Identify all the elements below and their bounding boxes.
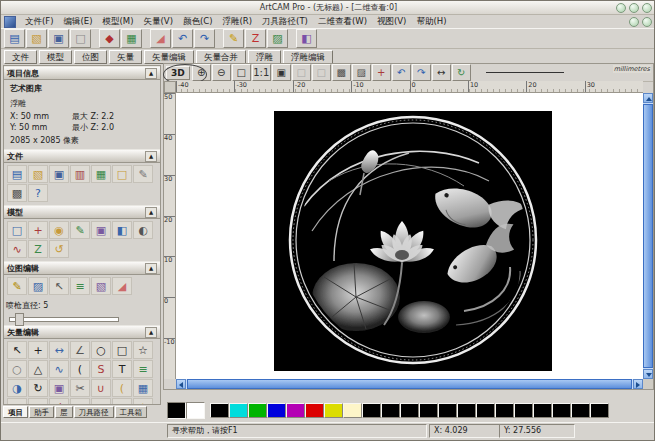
palette-swatch[interactable]: [476, 403, 495, 418]
paint-icon[interactable]: ▨: [267, 29, 288, 48]
zoom-fit-icon[interactable]: ▣: [272, 64, 291, 81]
maximize-button[interactable]: [629, 3, 639, 13]
palette-swatch[interactable]: [533, 403, 552, 418]
mirror-vectors-icon[interactable]: ◑: [7, 379, 27, 397]
palette-swatch[interactable]: [419, 403, 438, 418]
panel-tab-4[interactable]: 刀具路径: [74, 406, 114, 418]
slider-thumb[interactable]: [15, 313, 24, 326]
palette-swatch[interactable]: [305, 403, 324, 418]
import-icon[interactable]: ▥: [70, 165, 90, 183]
export-icon[interactable]: ▦: [91, 165, 111, 183]
scroll-down-button[interactable]: [643, 369, 653, 379]
scroll-left-button[interactable]: [176, 379, 186, 389]
switch-to-3d-button[interactable]: 3D: [166, 66, 190, 80]
collapse-icon[interactable]: ▲: [145, 151, 157, 162]
zoom-box-icon[interactable]: □: [232, 64, 251, 81]
trim-vectors-icon[interactable]: ✂: [70, 379, 90, 397]
eraser-icon[interactable]: ◢: [150, 29, 171, 48]
vertical-scroll-thumb[interactable]: [643, 104, 653, 368]
draw-icon[interactable]: ✎: [7, 277, 27, 295]
palette-swatch[interactable]: [552, 403, 571, 418]
pencil-icon[interactable]: ✎: [223, 29, 244, 48]
print-icon[interactable]: ▩: [7, 184, 27, 202]
flood-fill-icon[interactable]: ▨: [28, 277, 48, 295]
panel-tab-2[interactable]: 助手: [29, 406, 54, 418]
collapse-icon[interactable]: ▲: [145, 263, 157, 274]
palette-swatch[interactable]: [210, 403, 229, 418]
vertical-scrollbar[interactable]: [643, 93, 653, 379]
toolbar-tab[interactable]: 矢量合并: [196, 50, 246, 64]
child-close-button[interactable]: [642, 17, 652, 27]
palette-swatch[interactable]: [267, 403, 286, 418]
lighting-icon[interactable]: ◉: [49, 221, 69, 239]
menu-item[interactable]: 帮助(H): [411, 16, 451, 28]
link-colours-icon[interactable]: ≡: [70, 277, 90, 295]
menu-item[interactable]: 视图(V): [372, 16, 411, 28]
wizard-icon[interactable]: ◆: [99, 29, 120, 48]
toolbar-tab[interactable]: 浮雕编辑: [283, 50, 333, 64]
new-file-icon[interactable]: ▤: [7, 165, 27, 183]
save-model-icon[interactable]: ▣: [48, 29, 69, 48]
block-copy-icon[interactable]: ▣: [49, 379, 69, 397]
help-icon[interactable]: ?: [28, 184, 48, 202]
panel-tab-5[interactable]: 工具箱: [115, 406, 148, 418]
refresh-view-icon[interactable]: ↻: [452, 64, 471, 81]
weld-vectors-icon[interactable]: ⊕: [7, 398, 27, 405]
collapse-icon[interactable]: ▲: [145, 207, 157, 218]
open-file-icon[interactable]: ▧: [28, 165, 48, 183]
node-editing-icon[interactable]: +: [28, 341, 48, 359]
fillet-icon[interactable]: (: [112, 379, 132, 397]
preview-relief-icon[interactable]: ◧: [296, 29, 317, 48]
menu-item[interactable]: 编辑(E): [59, 16, 98, 28]
save-file-icon[interactable]: ▣: [49, 165, 69, 183]
align-vectors-icon[interactable]: :: [70, 398, 90, 405]
create-circle-icon[interactable]: ○: [91, 341, 111, 359]
minimize-button[interactable]: [616, 3, 626, 13]
rotate-vectors-icon[interactable]: ↻: [28, 379, 48, 397]
palette-swatch[interactable]: [514, 403, 533, 418]
create-star-icon[interactable]: ☆: [133, 341, 153, 359]
toggle-origin-icon[interactable]: +: [372, 64, 391, 81]
create-ellipse-icon[interactable]: ○: [7, 360, 27, 378]
invert-relief-icon[interactable]: ◐: [133, 221, 153, 239]
toolbar-tab[interactable]: 矢量编辑: [144, 50, 194, 64]
transform-vectors-icon[interactable]: ↔: [49, 341, 69, 359]
scale-height-icon[interactable]: Z: [28, 240, 48, 258]
zoom-in-icon[interactable]: ⊕: [192, 64, 211, 81]
toggle-bitmap-view-icon[interactable]: ▩: [332, 64, 351, 81]
palette-swatch[interactable]: [400, 403, 419, 418]
pan-view-icon[interactable]: ↔: [432, 64, 451, 81]
colour-picker-icon[interactable]: ↖: [49, 277, 69, 295]
scroll-right-button[interactable]: [633, 379, 643, 389]
palette-swatch[interactable]: [362, 403, 381, 418]
undo-icon[interactable]: ↶: [172, 29, 193, 48]
palette-swatch[interactable]: [286, 403, 305, 418]
menu-item[interactable]: 矢量(V): [139, 16, 178, 28]
z-height-icon[interactable]: Z: [245, 29, 266, 48]
palette-swatch[interactable]: [248, 403, 267, 418]
smooth-relief-icon[interactable]: ∿: [7, 240, 27, 258]
copy-model-icon[interactable]: ▣: [91, 221, 111, 239]
new-model-icon[interactable]: ▤: [4, 29, 25, 48]
toolbar-tab[interactable]: 文件: [4, 50, 37, 64]
palette-swatch[interactable]: [457, 403, 476, 418]
airbrush-diameter-slider[interactable]: [9, 317, 119, 322]
palette-swatch[interactable]: [343, 403, 362, 418]
create-text-icon[interactable]: T: [112, 360, 132, 378]
panel-tab-1[interactable]: 项目: [3, 406, 28, 418]
contrast-slider[interactable]: [486, 72, 564, 73]
wrap-vectors-icon[interactable]: ◎: [112, 398, 132, 405]
subtract-vectors-icon[interactable]: ⊖: [28, 398, 48, 405]
horizontal-scroll-thumb[interactable]: [187, 379, 632, 389]
panel-tab-3[interactable]: 层: [55, 406, 73, 418]
redo-icon[interactable]: ↷: [194, 29, 215, 48]
reset-relief-icon[interactable]: ↺: [49, 240, 69, 258]
menu-item[interactable]: 二维查看(W): [313, 16, 372, 28]
open-model-icon[interactable]: ▧: [26, 29, 47, 48]
distribute-vectors-icon[interactable]: ∷: [91, 398, 111, 405]
create-bezier-icon[interactable]: S: [91, 360, 111, 378]
select-vectors-icon[interactable]: ↖: [7, 341, 27, 359]
bitmap-eraser-icon[interactable]: ◢: [112, 277, 132, 295]
zoom-1to1-icon[interactable]: 1:1: [252, 64, 271, 81]
model-notes-icon[interactable]: ✎: [70, 221, 90, 239]
